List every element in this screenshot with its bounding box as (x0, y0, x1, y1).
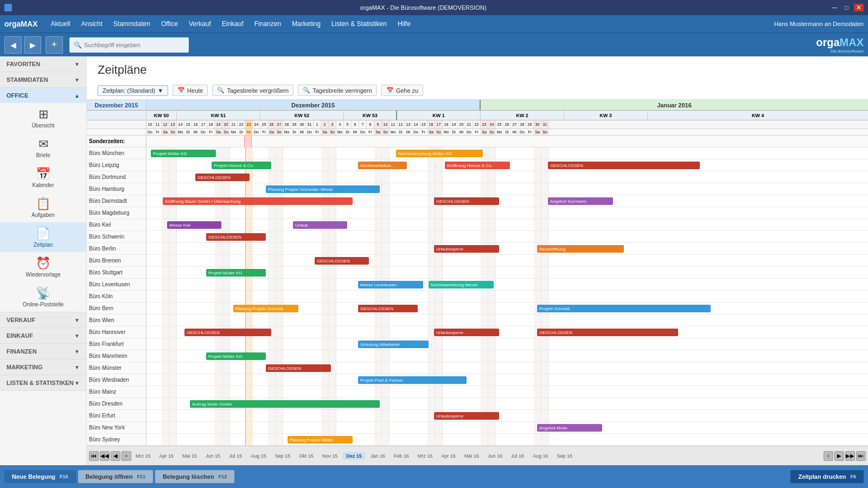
gantt-bar[interactable]: Planung Projekt Müller (288, 436, 353, 444)
sidebar-item-uebersicht[interactable]: ⊞ Übersicht (0, 103, 86, 133)
sidebar-item-online-poststelle[interactable]: 📡 Online-Poststelle (0, 282, 86, 312)
gantt-bar[interactable]: Eröffnung Heinze & Co. (445, 162, 510, 169)
gantt-bar[interactable]: Planung Projekt Schmidt (233, 305, 298, 312)
gantt-bar[interactable]: Angebot Surrmann (548, 197, 613, 205)
menu-marketing[interactable]: Marketing (286, 18, 326, 30)
sidebar-header-listen[interactable]: LISTEN & STATISTIKEN ▼ (0, 375, 86, 390)
belegung-loeschen-button[interactable]: Belegung löschen F12 (155, 470, 234, 483)
row-label: Büro Wiesbaden (87, 374, 146, 386)
scroll-first-btn[interactable]: ⏮ (89, 451, 99, 461)
gantt-bar[interactable]: GESCHLOSSEN (184, 329, 271, 336)
gantt-bar[interactable]: GESCHLOSSEN (195, 174, 250, 181)
gantt-bar[interactable]: Projekt Pool & Partner (358, 376, 467, 384)
kw-empty (87, 111, 146, 120)
gantt-bar[interactable]: Neueröffnung (537, 245, 624, 253)
gantt-bar[interactable]: Urlaubssperre (434, 329, 499, 336)
close-btn[interactable]: ✕ (854, 4, 864, 11)
gantt-bar[interactable]: Nachbearbeitung Messe (429, 281, 494, 288)
zeitplan-drucken-button[interactable]: Zeitplan drucken F6 (790, 470, 864, 483)
gantt-bar[interactable]: GESCHLOSSEN (537, 329, 678, 336)
zoom-out-button[interactable]: 🔍 Tagesbreite verringern (298, 85, 376, 96)
scroll-prev-btn[interactable]: ◀ (111, 451, 120, 461)
scroll-next-small-btn[interactable]: › (824, 451, 833, 461)
sidebar-item-kalender[interactable]: 📅 Kalender (0, 163, 86, 192)
table-row: Büro New YorkAngebot Meier (87, 422, 868, 434)
gantt-bar[interactable]: GESCHLOSSEN (434, 197, 499, 205)
forward-button[interactable]: ▶ (24, 36, 41, 54)
sidebar-header-stammdaten[interactable]: STAMMDATEN ▼ (0, 72, 86, 87)
scroll-prev-small-btn[interactable]: ‹ (122, 451, 131, 461)
scroll-prev-many-btn[interactable]: ◀◀ (100, 451, 110, 461)
brand-logo[interactable]: orgaMAX (4, 20, 37, 28)
goto-button[interactable]: 📅 Gehe zu (381, 85, 424, 96)
stammdaten-label: STAMMDATEN (7, 76, 48, 83)
gantt-bar[interactable]: GESCHLOSSEN (548, 162, 700, 169)
menu-stammdaten[interactable]: Stammdaten (108, 18, 156, 30)
search-input[interactable] (84, 42, 182, 48)
gantt-scrollbar[interactable]: ⏮ ◀◀ ◀ ‹ Mrz 15 Apr 15 Mai 15 Jun 15 Jul… (87, 446, 868, 465)
sidebar-header-favoriten[interactable]: FAVORITEN ▼ (0, 56, 86, 72)
neue-belegung-button[interactable]: Neue Belegung F10 (4, 470, 76, 483)
scroll-next-many-btn[interactable]: ▶▶ (845, 451, 855, 461)
gantt-bar[interactable]: Eröffnung Bauer GmbH / Überwachung (163, 197, 353, 205)
gantt-bar[interactable]: Schulung Mitarbeiter (358, 341, 429, 348)
gantt-bar[interactable]: GESCHLOSSEN (358, 305, 418, 312)
back-button[interactable]: ◀ (4, 36, 22, 54)
day-header-cell: 5 (344, 120, 352, 129)
sidebar-header-office[interactable]: OFFICE ▲ (0, 88, 86, 103)
heute-button[interactable]: 📅 Heute (173, 85, 208, 96)
gantt-bar[interactable]: Angebot Meier (537, 424, 602, 432)
menu-verkauf[interactable]: Verkauf (183, 18, 216, 30)
month-dezember: Dezember 2015 (146, 100, 481, 110)
minimize-btn[interactable]: ─ (830, 4, 839, 11)
day-header-cell: 10 (382, 120, 390, 129)
sidebar-item-wiedervorlage[interactable]: ⏰ Wiedervorlage (0, 252, 86, 282)
belegung-oeffnen-button[interactable]: Belegung öffnen F11 (78, 470, 153, 483)
sidebar-item-aufgaben[interactable]: 📋 Aufgaben (0, 192, 86, 222)
gantt-bar[interactable]: Urlaubssperre (434, 412, 499, 420)
row-label: Büro Wien (87, 314, 146, 326)
menu-aktuell[interactable]: Aktuell (45, 18, 75, 30)
gantt-bar[interactable]: Projekt Schmidt (537, 305, 711, 312)
gantt-bar[interactable]: Projekt Müller KG (206, 269, 266, 277)
zoom-in-button[interactable]: 🔍 Tagesbreite vergrößern (212, 85, 293, 96)
scroll-next-btn[interactable]: ▶ (834, 451, 844, 461)
finanzen-arrow: ▼ (74, 349, 80, 355)
gantt-bar[interactable]: Messe Leverkusen (358, 281, 423, 288)
menu-office[interactable]: Office (156, 18, 183, 30)
sidebar-header-finanzen[interactable]: FINANZEN ▼ (0, 344, 86, 359)
gantt-bar[interactable]: Nachbearbeitung Müller KG (396, 150, 483, 157)
menu-finanzen[interactable]: Finanzen (249, 18, 286, 30)
sidebar-header-einkauf[interactable]: EINKAUF ▼ (0, 328, 86, 343)
dow-header-cell: Do (146, 129, 154, 135)
sidebar-item-briefe[interactable]: ✉ Briefe (0, 133, 86, 163)
add-button[interactable]: + (46, 36, 63, 54)
day-header-cell: 21 (465, 120, 473, 129)
zeitplan-select[interactable]: Zeitplan: (Standard) ▼ (98, 85, 168, 96)
gantt-bar[interactable]: GESCHLOSSEN (266, 364, 331, 372)
online-poststelle-label: Online-Poststelle (23, 301, 64, 307)
month-cells: Dezember 2015 Januar 2016 (146, 100, 868, 110)
gantt-bar[interactable]: Messe Kiel (167, 221, 221, 229)
scroll-last-btn[interactable]: ⏭ (856, 451, 866, 461)
gantt-bar[interactable]: Nachbearbeitun... (358, 162, 407, 169)
menu-hilfe[interactable]: Hilfe (392, 18, 416, 30)
gantt-bar[interactable]: Projekt Müller KG (206, 352, 266, 360)
gantt-bar[interactable]: Urlaubssperre (434, 245, 499, 253)
gantt-bar[interactable]: Planung Projekt Schneider Werke (266, 185, 380, 193)
maximize-btn[interactable]: □ (843, 4, 851, 11)
sidebar-header-verkauf[interactable]: VERKAUF ▼ (0, 312, 86, 328)
sidebar-header-marketing[interactable]: MARKETING ▼ (0, 359, 86, 375)
gantt-bar[interactable]: GESCHLOSSEN (206, 233, 266, 241)
gantt-bar[interactable]: Projekt Müller KG (151, 150, 216, 157)
gantt-bar[interactable]: Auftrag Meier GmbH (190, 400, 380, 408)
bottom-toolbar: Neue Belegung F10 Belegung öffnen F11 Be… (0, 465, 868, 488)
sidebar-item-zeitplan[interactable]: 📄 Zeitplan (0, 222, 86, 252)
gantt-bar[interactable]: Urlaub (293, 221, 347, 229)
menu-ansicht[interactable]: Ansicht (75, 18, 107, 30)
gantt-bar[interactable]: GESCHLOSSEN (315, 257, 369, 265)
gantt-bar[interactable]: Projekt Heinze & Co. (212, 162, 271, 169)
menu-listen[interactable]: Listen & Statistiken (326, 18, 392, 30)
gantt-container[interactable]: Dezember 2015 Dezember 2015 Januar 2016 (87, 100, 868, 446)
menu-einkauf[interactable]: Einkauf (216, 18, 249, 30)
